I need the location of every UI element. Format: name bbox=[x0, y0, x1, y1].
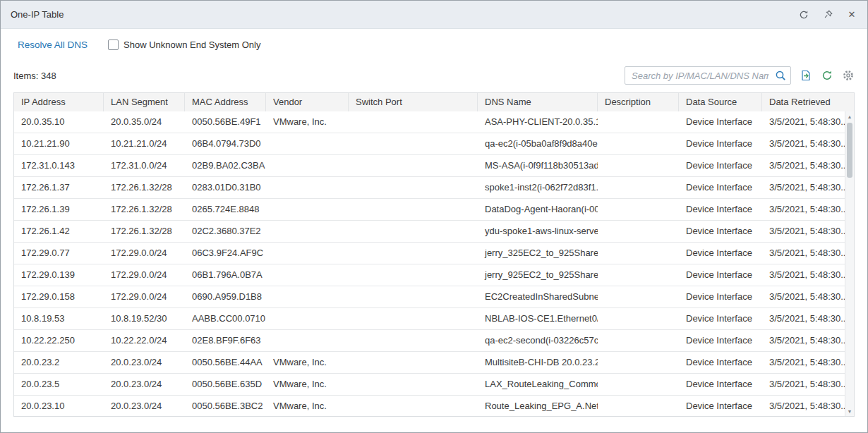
cell-switch-port bbox=[349, 396, 478, 416]
show-unknown-checkbox[interactable] bbox=[108, 39, 119, 50]
table-row[interactable]: 172.26.1.37172.26.1.32/280283.01D0.31B0s… bbox=[14, 177, 845, 199]
cell-vendor bbox=[266, 243, 349, 264]
cell-mac-address: 06B4.0794.73D0 bbox=[185, 133, 266, 154]
cell-data-source: Device Interface bbox=[679, 133, 762, 154]
show-unknown-label: Show Unknown End System Only bbox=[123, 39, 260, 50]
table-row[interactable]: 20.0.23.1020.0.23.0/240050.56BE.3BC2VMwa… bbox=[14, 396, 845, 416]
cell-description bbox=[598, 111, 679, 133]
cell-data-source: Device Interface bbox=[679, 264, 762, 286]
table-row[interactable]: 20.0.35.1020.0.35.0/240050.56BE.49F1VMwa… bbox=[14, 111, 845, 133]
export-icon[interactable] bbox=[800, 69, 812, 82]
cell-mac-address: 0050.56BE.3BC2 bbox=[185, 396, 266, 416]
column-header-description[interactable]: Description bbox=[598, 93, 679, 111]
refresh-table-icon[interactable] bbox=[821, 69, 833, 82]
table-row[interactable]: 172.29.0.77172.29.0.0/2406C3.9F24.AF9Cje… bbox=[14, 243, 845, 264]
cell-data-retrieved: 3/5/2021, 5:48:30... bbox=[762, 133, 845, 154]
column-header-lan-segment[interactable]: LAN Segment bbox=[104, 93, 185, 111]
cell-dns-name: LAX_RouteLeaking_Commo... bbox=[478, 374, 598, 395]
column-header-switch-port[interactable]: Switch Port bbox=[349, 93, 478, 111]
cell-data-retrieved: 3/5/2021, 5:48:30... bbox=[762, 286, 845, 307]
table-row[interactable]: 172.26.1.39172.26.1.32/280265.724E.8848D… bbox=[14, 199, 845, 221]
scroll-down-icon[interactable]: ▼ bbox=[845, 406, 854, 416]
column-header-data-retrieved[interactable]: Data Retrieved bbox=[762, 93, 854, 111]
table-row[interactable]: 172.29.0.139172.29.0.0/2406B1.796A.0B7Aj… bbox=[14, 264, 845, 286]
search-input[interactable] bbox=[625, 66, 791, 85]
table-row[interactable]: 10.8.19.5310.8.19.52/30AABB.CC00.0710NBL… bbox=[14, 308, 845, 330]
cell-lan-segment: 20.0.23.0/24 bbox=[104, 352, 185, 373]
cell-data-source: Device Interface bbox=[679, 243, 762, 264]
cell-description bbox=[598, 330, 679, 351]
cell-mac-address: 06C3.9F24.AF9C bbox=[185, 243, 266, 264]
cell-description bbox=[598, 133, 679, 154]
cell-description bbox=[598, 352, 679, 373]
table-row[interactable]: 172.26.1.42172.26.1.32/2802C2.3680.37E2y… bbox=[14, 221, 845, 243]
cell-mac-address: 0265.724E.8848 bbox=[185, 199, 266, 220]
cell-data-source: Device Interface bbox=[679, 155, 762, 176]
cell-data-source: Device Interface bbox=[679, 308, 762, 329]
cell-ip-address: 172.26.1.37 bbox=[14, 177, 104, 198]
close-icon[interactable]: ✕ bbox=[846, 9, 857, 20]
cell-switch-port bbox=[349, 352, 478, 373]
cell-data-source: Device Interface bbox=[679, 111, 762, 133]
cell-ip-address: 172.26.1.39 bbox=[14, 199, 104, 220]
resolve-all-dns-link[interactable]: Resolve All DNS bbox=[18, 39, 88, 50]
cell-dns-name: MultisiteB-CHI-DB 20.0.23.2... bbox=[478, 352, 598, 373]
table-row[interactable]: 10.21.21.9010.21.21.0/2406B4.0794.73D0qa… bbox=[14, 133, 845, 155]
cell-vendor bbox=[266, 308, 349, 329]
scroll-up-icon[interactable]: ▲ bbox=[845, 111, 854, 121]
cell-ip-address: 20.0.23.2 bbox=[14, 352, 104, 373]
cell-vendor: VMware, Inc. bbox=[266, 111, 349, 133]
cell-data-source: Device Interface bbox=[679, 177, 762, 198]
settings-gear-icon[interactable] bbox=[842, 69, 855, 82]
cell-data-source: Device Interface bbox=[679, 396, 762, 416]
table-row[interactable]: 20.0.23.520.0.23.0/240050.56BE.635DVMwar… bbox=[14, 374, 845, 396]
cell-data-retrieved: 3/5/2021, 5:48:30... bbox=[762, 308, 845, 329]
cell-vendor bbox=[266, 286, 349, 307]
column-header-vendor[interactable]: Vendor bbox=[266, 93, 349, 111]
cell-description bbox=[598, 243, 679, 264]
table-row[interactable]: 10.22.22.25010.22.22.0/2402E8.BF9F.6F63q… bbox=[14, 330, 845, 352]
column-header-ip-address[interactable]: IP Address bbox=[14, 93, 104, 111]
cell-data-retrieved: 3/5/2021, 5:48:30... bbox=[762, 352, 845, 373]
cell-description bbox=[598, 177, 679, 198]
cell-dns-name: EC2CreatedInSharedSubnet... bbox=[478, 286, 598, 307]
cell-data-retrieved: 3/5/2021, 5:48:30... bbox=[762, 177, 845, 198]
cell-ip-address: 20.0.23.5 bbox=[14, 374, 104, 395]
column-header-mac-address[interactable]: MAC Address bbox=[185, 93, 266, 111]
cell-mac-address: 02C2.3680.37E2 bbox=[185, 221, 266, 242]
cell-dns-name: qa-ec2(i-05ba0af8f9d8a40e... bbox=[478, 133, 598, 154]
cell-description bbox=[598, 286, 679, 307]
cell-dns-name: jerry_325EC2_to_925Shared... bbox=[478, 243, 598, 264]
cell-data-retrieved: 3/5/2021, 5:48:30... bbox=[762, 264, 845, 286]
column-header-dns-name[interactable]: DNS Name bbox=[478, 93, 598, 111]
cell-switch-port bbox=[349, 177, 478, 198]
cell-data-source: Device Interface bbox=[679, 330, 762, 351]
cell-dns-name: ydu-spoke1-aws-linux-serve... bbox=[478, 221, 598, 242]
cell-switch-port bbox=[349, 374, 478, 395]
column-header-data-source[interactable]: Data Source bbox=[679, 93, 762, 111]
cell-mac-address: 0283.01D0.31B0 bbox=[185, 177, 266, 198]
cell-description bbox=[598, 308, 679, 329]
scrollbar-thumb[interactable] bbox=[847, 123, 852, 178]
cell-dns-name: MS-ASA(i-0f9f118b30513ad... bbox=[478, 155, 598, 176]
cell-ip-address: 172.29.0.77 bbox=[14, 243, 104, 264]
cell-dns-name: jerry_925EC2_to_925Shared... bbox=[478, 264, 598, 286]
table-row[interactable]: 172.31.0.143172.31.0.0/2402B9.BA02.C3BAM… bbox=[14, 155, 845, 177]
vertical-scrollbar[interactable]: ▲ ▼ bbox=[845, 111, 854, 416]
search-icon[interactable] bbox=[774, 69, 787, 82]
show-unknown-checkbox-group[interactable]: Show Unknown End System Only bbox=[108, 39, 260, 50]
cell-vendor bbox=[266, 199, 349, 220]
cell-data-retrieved: 3/5/2021, 5:48:30... bbox=[762, 374, 845, 395]
cell-description bbox=[598, 155, 679, 176]
action-row: Resolve All DNS Show Unknown End System … bbox=[18, 39, 260, 50]
refresh-icon[interactable] bbox=[798, 9, 809, 20]
content-panel: Resolve All DNS Show Unknown End System … bbox=[1, 29, 867, 432]
table-row[interactable]: 20.0.23.220.0.23.0/240050.56BE.44AAVMwar… bbox=[14, 352, 845, 374]
table-row[interactable]: 172.29.0.158172.29.0.0/240690.A959.D1B8E… bbox=[14, 286, 845, 308]
cell-data-source: Device Interface bbox=[679, 199, 762, 220]
cell-switch-port bbox=[349, 199, 478, 220]
pin-icon[interactable] bbox=[822, 9, 833, 20]
cell-ip-address: 10.8.19.53 bbox=[14, 308, 104, 329]
cell-ip-address: 10.22.22.250 bbox=[14, 330, 104, 351]
cell-ip-address: 172.26.1.42 bbox=[14, 221, 104, 242]
